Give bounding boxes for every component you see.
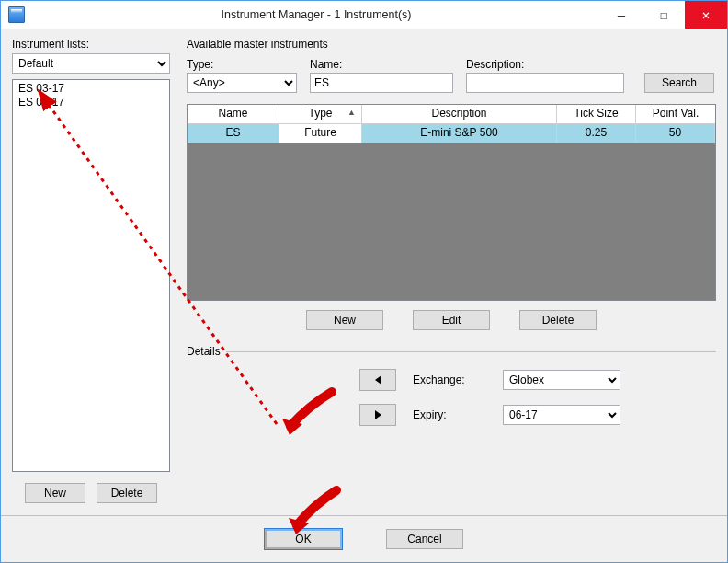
grid-body: ES Future E-mini S&P 500 0.25 50: [188, 124, 715, 300]
col-type[interactable]: Type▲: [279, 105, 362, 123]
list-delete-button[interactable]: Delete: [97, 483, 157, 503]
divider: [226, 351, 716, 352]
col-description[interactable]: Description: [362, 105, 557, 123]
list-new-button[interactable]: New: [25, 483, 85, 503]
filter-row: Type: <Any> Name: Description: Search: [187, 58, 716, 93]
expiry-select[interactable]: 06-17: [503, 405, 620, 425]
col-point-value[interactable]: Point Val.: [636, 105, 715, 123]
remove-from-list-button[interactable]: [359, 404, 396, 426]
add-to-list-button[interactable]: [359, 369, 396, 391]
details-label: Details: [187, 345, 221, 358]
exchange-select[interactable]: Globex: [503, 370, 620, 390]
description-label: Description:: [466, 58, 624, 71]
cell-type: Future: [279, 124, 362, 143]
instrument-listbox[interactable]: ES 03-17 ES 06-17: [12, 79, 170, 472]
expiry-label: Expiry:: [413, 408, 486, 421]
client-area: Instrument lists: Default ES 03-17 ES 06…: [1, 29, 727, 562]
cell-name: ES: [188, 124, 279, 143]
type-select[interactable]: <Any>: [187, 73, 297, 93]
app-icon: [8, 6, 25, 23]
instrument-new-button[interactable]: New: [306, 310, 383, 330]
titlebar: Instrument Manager - 1 Instrument(s) — ☐…: [1, 1, 727, 29]
instrument-list-select[interactable]: Default: [12, 53, 170, 74]
type-label: Type:: [187, 58, 297, 71]
cancel-button[interactable]: Cancel: [386, 529, 463, 549]
grid-header: Name Type▲ Description Tick Size Point V…: [188, 105, 715, 124]
cell-description: E-mini S&P 500: [362, 124, 557, 143]
results-grid[interactable]: Name Type▲ Description Tick Size Point V…: [187, 104, 716, 301]
close-button[interactable]: ✕: [685, 1, 727, 29]
table-row[interactable]: ES Future E-mini S&P 500 0.25 50: [188, 124, 715, 143]
window: Instrument Manager - 1 Instrument(s) — ☐…: [0, 0, 728, 563]
instrument-lists-label: Instrument lists:: [12, 38, 170, 51]
dialog-footer: OK Cancel: [1, 515, 727, 562]
name-label: Name:: [310, 58, 453, 71]
details-grid: Exchange: Globex Expiry: 06-17: [242, 369, 716, 426]
minimize-button[interactable]: —: [600, 1, 643, 29]
ok-button[interactable]: OK: [265, 529, 342, 549]
instrument-lists-panel: Instrument lists: Default ES 03-17 ES 06…: [12, 38, 170, 503]
cell-point-value: 50: [636, 124, 715, 143]
details-header: Details: [187, 345, 716, 358]
description-input[interactable]: [466, 73, 624, 93]
available-instruments-label: Available master instruments: [187, 38, 716, 51]
instrument-edit-button[interactable]: Edit: [413, 310, 490, 330]
list-item[interactable]: ES 06-17: [15, 96, 167, 109]
triangle-right-icon: [375, 410, 381, 419]
search-button[interactable]: Search: [644, 73, 714, 93]
instrument-delete-button[interactable]: Delete: [519, 310, 597, 330]
col-tick-size[interactable]: Tick Size: [557, 105, 636, 123]
triangle-left-icon: [375, 375, 381, 385]
sort-asc-icon: ▲: [347, 108, 356, 117]
cell-tick-size: 0.25: [557, 124, 636, 143]
window-buttons: — ☐ ✕: [600, 1, 727, 29]
name-input[interactable]: [310, 73, 453, 93]
exchange-label: Exchange:: [413, 373, 486, 386]
col-name[interactable]: Name: [188, 105, 279, 123]
window-title: Instrument Manager - 1 Instrument(s): [32, 8, 600, 21]
master-instruments-panel: Available master instruments Type: <Any>…: [187, 38, 716, 503]
maximize-button[interactable]: ☐: [643, 1, 685, 29]
list-item[interactable]: ES 03-17: [15, 82, 167, 96]
